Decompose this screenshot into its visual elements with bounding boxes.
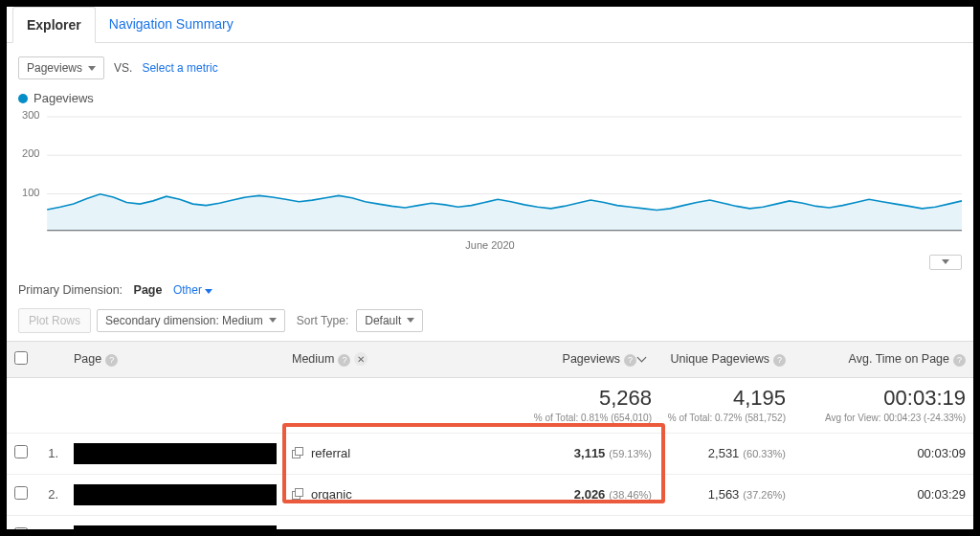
pageviews-chart: 300 200 100 (18, 107, 962, 233)
table-row: 3. (none) 127(2.41%) 101(2.41%) 00:03:35 (7, 515, 973, 529)
chart-resolution-dropdown[interactable] (929, 255, 962, 270)
row-checkbox[interactable] (14, 445, 28, 458)
caret-down-icon (269, 318, 277, 323)
total-avg-time-sub: Avg for View: 00:04:23 (-24.33%) (801, 413, 966, 423)
y-tick-100: 100 (22, 187, 39, 198)
row-index: 2. (37, 474, 66, 515)
total-pageviews-sub: % of Total: 0.81% (654,010) (520, 413, 652, 423)
legend-dot-icon (18, 94, 28, 103)
sort-type-label: Sort Type: (297, 314, 348, 327)
col-unique-pageviews[interactable]: Unique Pageviews? (659, 341, 793, 377)
sort-type-dropdown[interactable]: Default (356, 309, 423, 332)
unique-value: 101 (724, 528, 746, 529)
metric-dropdown[interactable]: Pageviews (18, 56, 104, 79)
unique-pct: (37.26%) (743, 489, 786, 501)
col-pageviews[interactable]: Pageviews? (512, 341, 659, 377)
table-row: 1. referral 3,115(59.13%) 2,531(60.33%) … (7, 433, 973, 474)
caret-down-icon (205, 289, 212, 294)
tab-navigation-summary[interactable]: Navigation Summary (96, 7, 247, 42)
time-value: 00:03:35 (793, 515, 973, 529)
report-table: Page? Medium?✕ Pageviews? Unique Pagevie… (7, 341, 973, 529)
primary-dimension-label: Primary Dimension: (18, 283, 122, 297)
row-index: 1. (37, 433, 66, 474)
plot-rows-button: Plot Rows (18, 308, 91, 333)
totals-row: 5,268% of Total: 0.81% (654,010) 4,195% … (7, 377, 973, 433)
col-page[interactable]: Page? (66, 341, 284, 377)
total-avg-time: 00:03:19 (801, 386, 966, 411)
caret-down-icon (407, 318, 414, 323)
redacted-page (74, 443, 277, 464)
unique-pct: (60.33%) (743, 448, 786, 459)
y-tick-200: 200 (22, 147, 39, 159)
help-icon[interactable]: ? (105, 354, 118, 367)
remove-dimension-icon[interactable]: ✕ (354, 352, 368, 366)
medium-value: organic (311, 487, 352, 502)
metric-dropdown-label: Pageviews (27, 61, 82, 75)
legend-series-label: Pageviews (33, 91, 94, 105)
caret-down-icon (942, 259, 949, 264)
secondary-dimension-dropdown[interactable]: Secondary dimension: Medium (97, 309, 285, 332)
help-icon[interactable]: ? (338, 354, 350, 367)
help-icon[interactable]: ? (624, 354, 636, 367)
table-row: 2. organic 2,026(38.46%) 1,563(37.26%) 0… (7, 474, 973, 515)
vs-label: VS. (114, 61, 132, 75)
pageviews-pct: (38.46%) (609, 489, 652, 501)
help-icon[interactable]: ? (953, 354, 966, 367)
medium-value: referral (311, 446, 350, 460)
sort-type-value: Default (365, 314, 401, 327)
col-medium[interactable]: Medium?✕ (284, 341, 512, 377)
total-unique-pageviews-sub: % of Total: 0.72% (581,752) (667, 413, 786, 423)
select-all-checkbox[interactable] (14, 351, 28, 365)
secondary-dimension-label: Secondary dimension: Medium (105, 314, 263, 327)
pageviews-value: 3,115 (574, 446, 606, 460)
row-checkbox[interactable] (14, 527, 28, 529)
unique-value: 1,563 (708, 487, 740, 502)
y-tick-300: 300 (22, 109, 39, 121)
primary-dimension-value: Page (134, 283, 163, 297)
caret-down-icon (88, 66, 96, 71)
unique-value: 2,531 (708, 446, 740, 460)
chart-x-axis-label: June 2020 (18, 239, 962, 251)
report-tabs: Explorer Navigation Summary (7, 7, 973, 43)
pageviews-pct: (59.13%) (609, 448, 652, 459)
total-pageviews: 5,268 (520, 386, 652, 411)
time-value: 00:03:09 (793, 433, 973, 474)
medium-value: (none) (311, 528, 347, 529)
help-icon[interactable]: ? (773, 354, 786, 367)
external-link-icon[interactable] (292, 488, 303, 500)
pageviews-value: 127 (590, 528, 612, 529)
external-link-icon[interactable] (292, 447, 303, 458)
row-checkbox[interactable] (14, 486, 28, 500)
sort-desc-icon (638, 354, 648, 364)
redacted-page (74, 484, 277, 505)
col-avg-time[interactable]: Avg. Time on Page? (793, 341, 973, 377)
redacted-page (74, 525, 277, 529)
time-value: 00:03:29 (793, 474, 973, 515)
pageviews-value: 2,026 (574, 487, 606, 502)
total-unique-pageviews: 4,195 (667, 386, 786, 411)
row-index: 3. (37, 515, 66, 529)
primary-dimension-other[interactable]: Other (173, 283, 212, 297)
select-metric-link[interactable]: Select a metric (142, 61, 217, 75)
tab-explorer[interactable]: Explorer (12, 7, 96, 43)
